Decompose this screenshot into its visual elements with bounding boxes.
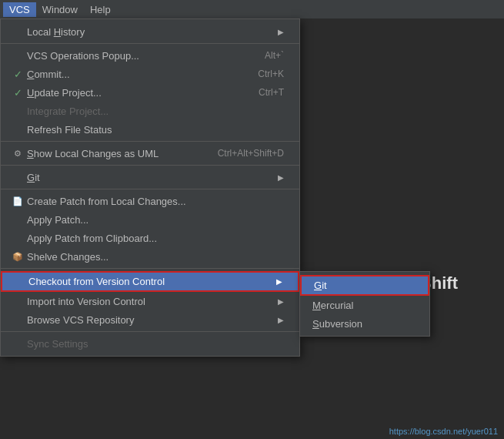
menu-item-apply-patch[interactable]: Apply Patch... bbox=[1, 210, 299, 229]
url-footer-text: https://blog.csdn.net/yuer011 bbox=[389, 427, 498, 436]
commit-label: Commit... bbox=[27, 69, 242, 80]
local-history-arrow: ▶ bbox=[278, 28, 284, 36]
submenu-item-git[interactable]: Git bbox=[300, 275, 429, 296]
menu-bar-vcs[interactable]: VCS bbox=[3, 2, 36, 17]
vcs-operations-label: VCS Operations Popup... bbox=[27, 50, 249, 62]
update-project-label: Update Project... bbox=[27, 87, 243, 99]
menu-item-integrate-project: Integrate Project... bbox=[1, 102, 299, 120]
git-arrow: ▶ bbox=[278, 173, 284, 182]
shelve-changes-label: Shelve Changes... bbox=[27, 251, 284, 263]
show-local-changes-label: Show Local Changes as UML bbox=[27, 148, 202, 159]
checkout-submenu: Git Mercurial Subversion bbox=[299, 271, 430, 337]
show-local-changes-shortcut: Ctrl+Alt+Shift+D bbox=[218, 148, 284, 159]
import-vcs-arrow: ▶ bbox=[278, 297, 284, 306]
show-local-changes-icon: ⚙ bbox=[10, 149, 25, 159]
menu-item-refresh-file-status[interactable]: Refresh File Status bbox=[1, 120, 299, 139]
url-footer: https://blog.csdn.net/yuer011 bbox=[389, 427, 498, 436]
separator-5 bbox=[1, 268, 299, 269]
submenu-mercurial-label: Mercurial bbox=[312, 300, 417, 311]
git-label: Git bbox=[27, 172, 270, 183]
browse-vcs-arrow: ▶ bbox=[278, 316, 284, 324]
create-patch-icon: 📄 bbox=[10, 196, 25, 206]
apply-patch-clipboard-label: Apply Patch from Clipboard... bbox=[27, 233, 284, 244]
commit-shortcut: Ctrl+K bbox=[258, 69, 284, 79]
vcs-dropdown-menu: Local History ▶ VCS Operations Popup... … bbox=[0, 18, 300, 357]
submenu-subversion-label: Subversion bbox=[312, 318, 417, 330]
menu-item-import-vcs[interactable]: Import into Version Control ▶ bbox=[1, 292, 299, 310]
commit-icon: ✓ bbox=[10, 69, 25, 80]
separator-1 bbox=[1, 43, 299, 44]
menu-item-commit[interactable]: ✓ Commit... Ctrl+K bbox=[1, 65, 299, 83]
menu-item-git[interactable]: Git ▶ bbox=[1, 168, 299, 186]
separator-6 bbox=[1, 331, 299, 332]
local-history-label: Local History bbox=[27, 26, 270, 38]
update-project-shortcut: Ctrl+T bbox=[259, 87, 284, 98]
separator-4 bbox=[1, 189, 299, 189]
sync-settings-label: Sync Settings bbox=[27, 338, 284, 350]
menu-bar: VCS Window Help bbox=[0, 0, 504, 18]
menu-item-sync-settings: Sync Settings bbox=[1, 334, 299, 353]
refresh-file-status-label: Refresh File Status bbox=[27, 124, 284, 136]
vcs-operations-shortcut: Alt+` bbox=[265, 50, 284, 61]
import-vcs-label: Import into Version Control bbox=[27, 296, 270, 307]
menu-item-create-patch[interactable]: 📄 Create Patch from Local Changes... bbox=[1, 192, 299, 210]
submenu-item-subversion[interactable]: Subversion bbox=[300, 314, 429, 333]
menu-item-show-local-changes[interactable]: ⚙ Show Local Changes as UML Ctrl+Alt+Shi… bbox=[1, 144, 299, 163]
menu-bar-window[interactable]: Window bbox=[36, 2, 84, 17]
menu-item-shelve-changes[interactable]: 📦 Shelve Changes... bbox=[1, 247, 299, 266]
menu-bar-help[interactable]: Help bbox=[84, 2, 117, 17]
menu-item-update-project[interactable]: ✓ Update Project... Ctrl+T bbox=[1, 83, 299, 102]
menu-item-apply-patch-clipboard[interactable]: Apply Patch from Clipboard... bbox=[1, 229, 299, 247]
apply-patch-label: Apply Patch... bbox=[27, 214, 284, 226]
checkout-vcs-label: Checkout from Version Control bbox=[28, 276, 269, 287]
shelve-changes-icon: 📦 bbox=[10, 252, 25, 262]
integrate-project-label: Integrate Project... bbox=[27, 106, 284, 117]
submenu-item-mercurial[interactable]: Mercurial bbox=[300, 296, 429, 314]
checkout-vcs-arrow: ▶ bbox=[276, 277, 282, 286]
menu-item-local-history[interactable]: Local History ▶ bbox=[1, 22, 299, 41]
separator-2 bbox=[1, 141, 299, 142]
menu-item-checkout-vcs[interactable]: Checkout from Version Control ▶ Git Merc… bbox=[1, 271, 299, 292]
create-patch-label: Create Patch from Local Changes... bbox=[27, 196, 284, 207]
submenu-git-label: Git bbox=[314, 280, 416, 291]
separator-3 bbox=[1, 165, 299, 166]
menu-item-browse-vcs[interactable]: Browse VCS Repository ▶ bbox=[1, 310, 299, 329]
browse-vcs-label: Browse VCS Repository bbox=[27, 314, 270, 326]
menu-item-vcs-operations[interactable]: VCS Operations Popup... Alt+` bbox=[1, 46, 299, 65]
update-project-icon: ✓ bbox=[10, 87, 25, 99]
